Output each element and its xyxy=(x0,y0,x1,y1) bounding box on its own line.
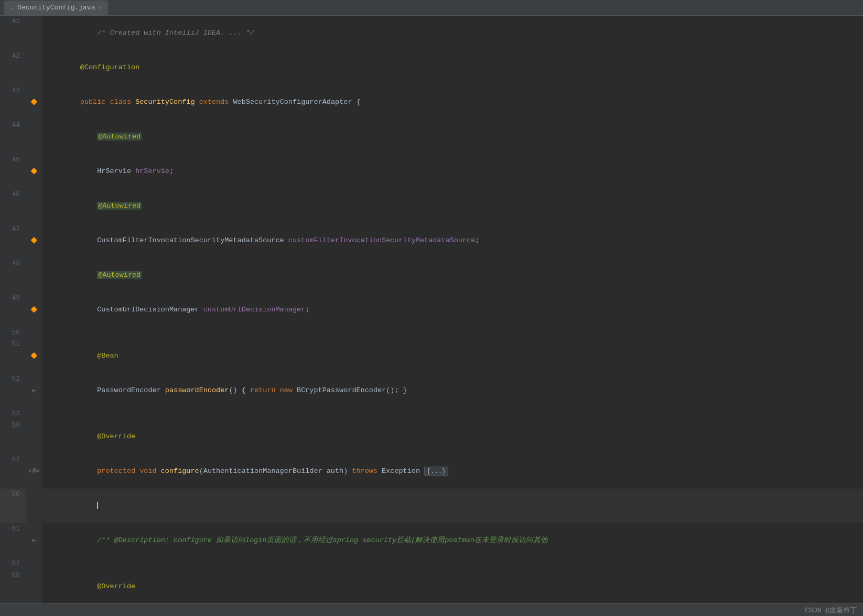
bean-icon-51: 🔶 xyxy=(30,350,38,362)
line-60: 60 xyxy=(0,489,863,523)
gutter-57: ⬆ @ ▶ xyxy=(26,454,42,489)
line-56: 56 @Override xyxy=(0,419,863,454)
line-num-61: 61 xyxy=(0,523,26,558)
line-num-60: 60 xyxy=(0,489,26,523)
java-file-icon: ☕ xyxy=(10,4,14,12)
file-tab[interactable]: ☕ SecurityConfig.java × xyxy=(4,1,108,15)
title-bar: ☕ SecurityConfig.java × xyxy=(0,0,863,16)
line-content-46: @Autowired xyxy=(42,189,863,223)
line-content-68: @Override xyxy=(42,569,863,603)
bean-icon-43: 🔶 xyxy=(30,96,38,108)
line-num-41: 41 xyxy=(0,16,26,50)
fold-icon-52[interactable]: ▶ xyxy=(33,385,36,396)
line-num-68: 68 xyxy=(0,569,26,603)
gutter-48 xyxy=(26,258,42,293)
line-num-51: 51 xyxy=(0,339,26,373)
line-num-42: 42 xyxy=(0,50,26,85)
gutter-47: 🔶 xyxy=(26,223,42,258)
gutter-61: ▶ xyxy=(26,523,42,558)
line-num-46: 46 xyxy=(0,189,26,223)
line-content-48: @Autowired xyxy=(42,258,863,293)
line-content-44: @Autowired xyxy=(42,120,863,154)
bean-icon-47: 🔶 xyxy=(30,235,38,246)
line-57: 57 ⬆ @ ▶ protected void configure(Authen… xyxy=(0,454,863,489)
line-num-52: 52 xyxy=(0,373,26,408)
line-content-53 xyxy=(42,408,863,419)
line-44: 44 @Autowired xyxy=(0,120,863,154)
line-num-48: 48 xyxy=(0,258,26,293)
line-num-56: 56 xyxy=(0,419,26,454)
line-num-53: 53 xyxy=(0,408,26,419)
bean-icon-49: 🔶 xyxy=(30,304,38,316)
gutter-56 xyxy=(26,419,42,454)
gutter-44 xyxy=(26,120,42,154)
gutter-41 xyxy=(26,16,42,50)
line-num-47: 47 xyxy=(0,223,26,258)
line-num-49: 49 xyxy=(0,293,26,327)
tab-filename: SecurityConfig.java xyxy=(17,4,95,12)
line-50: 50 xyxy=(0,327,863,339)
line-content-52: PasswordEncoder passwordEncoder() { retu… xyxy=(42,373,863,408)
line-num-44: 44 xyxy=(0,120,26,154)
line-num-45: 45 xyxy=(0,154,26,189)
line-content-49: CustomUrlDecisionManager customUrlDecisi… xyxy=(42,293,863,327)
line-53: 53 xyxy=(0,408,863,419)
line-content-41: /* Created with IntelliJ IDEA. ... */ xyxy=(42,16,863,50)
override-icon-57: ⬆ xyxy=(28,466,32,477)
line-46: 46 @Autowired xyxy=(0,189,863,223)
line-content-57: protected void configure(AuthenticationM… xyxy=(42,454,863,489)
status-bar: CSDN @皮蛋布丁 xyxy=(0,603,863,616)
line-content-50 xyxy=(42,327,863,339)
line-61: 61 ▶ /** @Description: configure 如果访问log… xyxy=(0,523,863,558)
code-area: 41 /* Created with IntelliJ IDEA. ... */… xyxy=(0,16,863,603)
fold-icon-57[interactable]: @ xyxy=(33,466,36,477)
watermark-text: CSDN @皮蛋布丁 xyxy=(805,606,857,615)
gutter-51: 🔶 xyxy=(26,339,42,373)
gutter-45: 🔶 xyxy=(26,154,42,189)
code-editor: 41 /* Created with IntelliJ IDEA. ... */… xyxy=(0,16,863,603)
line-51: 51 🔶 @Bean xyxy=(0,339,863,373)
gutter-50 xyxy=(26,327,42,339)
gutter-60 xyxy=(26,489,42,523)
line-49: 49 🔶 CustomUrlDecisionManager customUrlD… xyxy=(0,293,863,327)
line-content-43: public class SecurityConfig extends WebS… xyxy=(42,85,863,120)
line-content-60 xyxy=(42,489,863,523)
line-num-43: 43 xyxy=(0,85,26,120)
line-42: 42 @Configuration xyxy=(0,50,863,85)
gutter-43: 🔶 xyxy=(26,85,42,120)
line-68: 68 @Override xyxy=(0,569,863,603)
gutter-68 xyxy=(26,569,42,603)
line-48: 48 @Autowired xyxy=(0,258,863,293)
line-content-45: HrServie hrServie; xyxy=(42,154,863,189)
fold-arrow-57[interactable]: ▶ xyxy=(37,466,40,477)
gutter-46 xyxy=(26,189,42,223)
line-content-61: /** @Description: configure 如果访问login页面的… xyxy=(42,523,863,558)
line-content-56: @Override xyxy=(42,419,863,454)
gutter-52: ▶ xyxy=(26,373,42,408)
line-41: 41 /* Created with IntelliJ IDEA. ... */ xyxy=(0,16,863,50)
line-43: 43 🔶 public class SecurityConfig extends… xyxy=(0,85,863,120)
line-content-47: CustomFilterInvocationSecurityMetadataSo… xyxy=(42,223,863,258)
line-45: 45 🔶 HrServie hrServie; xyxy=(0,154,863,189)
line-47: 47 🔶 CustomFilterInvocationSecurityMetad… xyxy=(0,223,863,258)
line-num-50: 50 xyxy=(0,327,26,339)
gutter-62 xyxy=(26,558,42,569)
line-content-62 xyxy=(42,558,863,569)
tab-close-button[interactable]: × xyxy=(98,5,102,11)
line-num-57: 57 xyxy=(0,454,26,489)
bean-icon-45: 🔶 xyxy=(30,166,38,177)
line-62: 62 xyxy=(0,558,863,569)
gutter-49: 🔶 xyxy=(26,293,42,327)
gutter-42 xyxy=(26,50,42,85)
line-num-62: 62 xyxy=(0,558,26,569)
line-content-51: @Bean xyxy=(42,339,863,373)
fold-icon-61[interactable]: ▶ xyxy=(33,535,36,546)
line-52: 52 ▶ PasswordEncoder passwordEncoder() {… xyxy=(0,373,863,408)
gutter-53 xyxy=(26,408,42,419)
line-content-42: @Configuration xyxy=(42,50,863,85)
